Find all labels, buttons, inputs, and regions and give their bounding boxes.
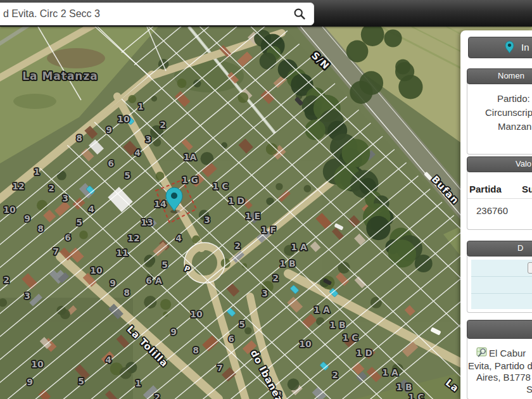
parcel-label: 1 B	[329, 320, 345, 330]
parcel-label: 3	[262, 288, 268, 298]
col-partida: Partida	[469, 184, 502, 194]
parcel-label: 1 E	[245, 211, 260, 221]
parcel-label: 1 B	[396, 382, 412, 392]
search-icon	[293, 8, 306, 20]
detalle-row[interactable]	[471, 294, 532, 309]
parcel-label: 3	[24, 291, 30, 301]
top-bar	[0, 0, 532, 27]
parcel-label: 9	[110, 278, 116, 288]
parcel-label: 1 G	[182, 175, 198, 185]
parcel-label: 13	[141, 217, 153, 227]
parcel-label: 1 D	[356, 348, 372, 358]
parcel-label: 8	[124, 288, 130, 298]
parcel-label: 3	[62, 193, 68, 203]
parcel-label: 4	[175, 233, 182, 243]
parcel-label: 7	[53, 246, 59, 256]
parcel-label: 1A	[184, 152, 197, 162]
parcel-label: 4	[134, 148, 141, 158]
parcel-label: 10	[190, 309, 203, 319]
partida-value: 236760	[476, 205, 508, 216]
parcel-label: 2	[48, 183, 54, 193]
map-canvas[interactable]: 1109234658112231098456723141312111096 A8…	[0, 27, 532, 399]
direccion-line-4: S	[526, 384, 532, 395]
parcel-label: 6	[228, 334, 234, 344]
direccion-line-1: El Cabur	[489, 348, 526, 358]
nomenclatura-line-manzana: Manzan	[498, 121, 531, 132]
parcel-label: 1 A	[291, 242, 307, 252]
parcel-label: 6	[65, 232, 71, 243]
parcel-label: 9	[170, 327, 177, 337]
map-search-icon	[476, 347, 487, 358]
terrain-layer	[0, 27, 532, 399]
valores-card	[467, 171, 532, 230]
parcel-label: 2	[332, 370, 338, 380]
parcel-label: 2	[154, 392, 160, 399]
parcel-label: 1 C	[343, 332, 358, 343]
parcel-label: 1	[135, 378, 141, 388]
parcel-label: 8	[37, 224, 44, 234]
row-action-button[interactable]	[528, 262, 532, 274]
row-separator	[471, 293, 532, 294]
panel-pin-icon	[505, 40, 514, 54]
valores-header-label: Valo	[516, 159, 531, 168]
parcel-label: 4	[88, 204, 94, 214]
parcel-label: 12	[12, 181, 24, 191]
parcel-label: 8	[193, 345, 199, 355]
search-box[interactable]	[0, 3, 314, 25]
parcel-label: 4	[105, 355, 111, 365]
parcel-label: 1 B	[279, 258, 295, 269]
parcel-label: 2	[3, 275, 10, 285]
search-input[interactable]	[0, 4, 286, 24]
parcel-label: 10	[3, 205, 16, 215]
detalle-header-label: D	[517, 243, 523, 253]
parcel-label: 10	[90, 265, 103, 276]
parcel-label: 1 C	[408, 392, 424, 399]
direccion-line-2: Evita, Partido d	[468, 360, 532, 371]
panel-info-title: In	[521, 42, 529, 53]
detalle-row[interactable]	[471, 277, 532, 293]
parcel-label: 9	[27, 377, 33, 387]
parcel-label: 8	[76, 133, 82, 143]
parcel-label: 11	[116, 248, 128, 258]
nomenclatura-line-circunscripcion: Circunscrip	[485, 107, 532, 118]
parcel-label: 6	[108, 158, 114, 168]
area-label: La Matanza	[22, 70, 98, 82]
direccion-line-3: Aires, B1778	[476, 372, 531, 383]
detalle-row[interactable]	[471, 260, 532, 276]
parcel-label: 1	[34, 167, 40, 177]
parcel-label: 1 D	[228, 196, 244, 206]
search-button[interactable]	[286, 4, 314, 24]
parcel-label: 1	[137, 101, 144, 111]
parcel-label: 6 A	[146, 276, 162, 286]
parcel-label: 5	[239, 319, 245, 329]
parcel-label: 2	[160, 120, 166, 130]
parcel-label: 5	[124, 170, 130, 180]
nomenclatura-header-label2: Nomen	[498, 71, 524, 80]
parcel-label: 10	[31, 359, 44, 369]
parcel-label: 5	[162, 260, 168, 270]
parcel-label: 2	[234, 241, 241, 251]
parcel-label: 5	[78, 376, 84, 386]
col-superficie: Su	[522, 184, 532, 194]
table-separator	[467, 198, 532, 199]
parcel-label: 9	[24, 213, 30, 224]
parcel-label: 14	[154, 199, 167, 209]
direccion-header	[467, 320, 532, 339]
parcel-label: 3	[204, 215, 210, 225]
parcel-label: 1 F	[261, 225, 276, 235]
parcel-label: 1 A	[382, 367, 398, 377]
parcel-label: 12	[127, 233, 139, 243]
parcel-label: 1 A	[314, 305, 330, 315]
parcel-label: 3	[145, 134, 151, 144]
parcel-label: 2	[272, 273, 279, 283]
parcel-label: 10	[299, 339, 312, 349]
parcel-label: 9	[106, 125, 112, 135]
parcel-label: 1 C	[213, 181, 229, 191]
parcel-label: 10	[117, 114, 130, 124]
parcel-label: 5	[76, 217, 82, 227]
nomenclatura-line-partido: Partido:	[497, 93, 530, 104]
row-separator	[471, 276, 532, 277]
parcel-label: 7	[217, 363, 223, 373]
